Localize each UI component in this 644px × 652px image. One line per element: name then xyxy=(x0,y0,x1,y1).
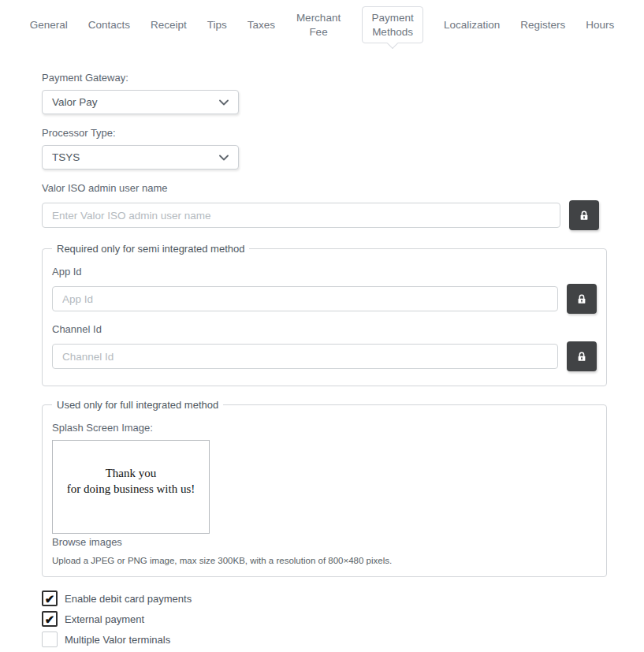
splash-text-line1: Thank you xyxy=(106,465,157,481)
channel-id-lock-button[interactable] xyxy=(567,341,597,371)
multiple-valor-terminals-checkbox[interactable]: ✔ xyxy=(42,632,58,647)
tab-taxes[interactable]: Taxes xyxy=(248,18,275,32)
splash-screen-label: Splash Screen Image: xyxy=(52,422,597,434)
multiple-valor-terminals-label: Multiple Valor terminals xyxy=(65,634,170,646)
tab-merchant-fee[interactable]: Merchant Fee xyxy=(296,11,341,39)
valor-iso-lock-button[interactable] xyxy=(569,200,599,230)
checkmark-icon: ✔ xyxy=(45,593,55,605)
enable-debit-card-checkbox[interactable]: ✔ xyxy=(42,591,58,606)
multiple-valor-terminals-row[interactable]: ✔ Multiple Valor terminals xyxy=(42,632,607,647)
tab-tips[interactable]: Tips xyxy=(207,18,227,32)
chevron-down-icon xyxy=(219,155,229,161)
external-payment-checkbox[interactable]: ✔ xyxy=(42,611,58,627)
valor-iso-user-row xyxy=(42,200,599,230)
chevron-down-icon xyxy=(219,99,229,106)
tab-payment-methods-label: Payment Methods xyxy=(371,12,413,38)
enable-debit-card-row[interactable]: ✔ Enable debit card payments xyxy=(42,591,607,606)
payment-options: ✔ Enable debit card payments ✔ External … xyxy=(42,591,607,647)
tab-registers[interactable]: Registers xyxy=(520,18,565,32)
full-integrated-group: Used only for full integrated method Spl… xyxy=(42,399,607,577)
app-id-lock-button[interactable] xyxy=(567,284,597,314)
browse-images-link[interactable]: Browse images xyxy=(52,536,597,548)
external-payment-row[interactable]: ✔ External payment xyxy=(42,611,607,627)
tab-hours[interactable]: Hours xyxy=(586,18,614,32)
lock-icon xyxy=(579,210,590,222)
payment-methods-panel: Payment Gateway: Valor Pay Processor Typ… xyxy=(42,72,607,652)
settings-tabbar: General Contacts Receipt Tips Taxes Merc… xyxy=(0,0,644,43)
channel-id-label: Channel Id xyxy=(52,323,597,335)
processor-type-select[interactable]: TSYS xyxy=(42,145,239,170)
app-id-input[interactable] xyxy=(52,286,558,311)
tab-receipt[interactable]: Receipt xyxy=(151,18,187,32)
payment-gateway-select[interactable]: Valor Pay xyxy=(42,90,239,114)
valor-iso-user-input[interactable] xyxy=(42,203,560,228)
full-integrated-legend: Used only for full integrated method xyxy=(52,399,223,411)
app-id-row xyxy=(52,284,597,314)
processor-type-value: TSYS xyxy=(52,151,80,163)
tab-general[interactable]: General xyxy=(30,18,68,32)
semi-integrated-legend: Required only for semi integrated method xyxy=(52,243,249,255)
channel-id-row xyxy=(52,341,597,371)
upload-note: Upload a JPEG or PNG image, max size 300… xyxy=(52,556,597,565)
valor-iso-user-label: Valor ISO admin user name xyxy=(42,182,607,194)
checkmark-icon: ✔ xyxy=(45,613,55,625)
semi-integrated-group: Required only for semi integrated method… xyxy=(42,243,607,386)
lock-icon xyxy=(576,293,587,305)
tab-contacts[interactable]: Contacts xyxy=(88,18,130,32)
tab-localization[interactable]: Localization xyxy=(444,18,500,32)
payment-gateway-value: Valor Pay xyxy=(52,96,98,108)
channel-id-input[interactable] xyxy=(52,344,558,369)
splash-text-line2: for doing business with us! xyxy=(67,481,195,497)
lock-icon xyxy=(576,351,587,363)
app-id-label: App Id xyxy=(52,266,597,278)
payment-gateway-label: Payment Gateway: xyxy=(42,72,607,84)
processor-type-label: Processor Type: xyxy=(42,127,607,139)
tab-payment-methods[interactable]: Payment Methods xyxy=(362,6,423,43)
active-tab-caret xyxy=(387,38,398,49)
enable-debit-card-label: Enable debit card payments xyxy=(65,593,192,605)
splash-screen-preview: Thank you for doing business with us! xyxy=(52,440,210,534)
external-payment-label: External payment xyxy=(65,613,144,625)
